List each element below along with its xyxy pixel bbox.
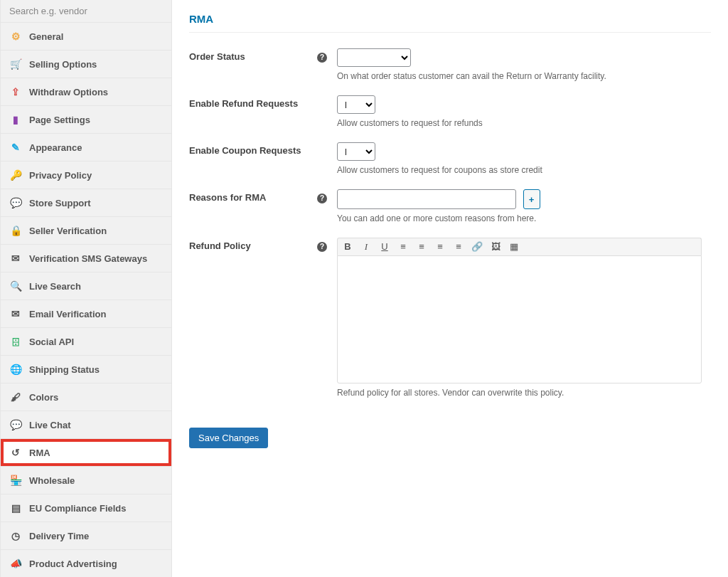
sidebar-item-label: Withdraw Options [29,87,108,97]
shop-icon: 🏪 [9,474,22,487]
brush-icon: 🖌 [9,391,22,403]
sidebar-item-label: General [29,31,63,42]
sidebar-item-label: RMA [29,448,50,458]
sidebar-item-eu-compliance-fields[interactable]: ▤EU Compliance Fields [1,494,171,522]
align-justify-icon[interactable]: ≡ [453,241,464,253]
sidebar-item-label: Shipping Status [29,364,100,375]
globe-icon: 🌐 [9,363,22,376]
sidebar-item-label: Delivery Time [29,531,89,541]
sidebar-item-appearance[interactable]: ✎Appearance [1,134,171,162]
envelope-icon: ✉ [9,307,22,320]
field-order-status: Order Status ? On what order status cust… [189,40,711,87]
undo-icon: ↺ [9,446,22,459]
sidebar-item-label: Privacy Policy [29,170,92,181]
sidebar-item-label: Store Support [29,198,91,208]
enable-coupon-select[interactable]: No [337,142,375,161]
page-title: RMA [189,13,711,33]
sidebar-item-label: Page Settings [29,115,90,125]
field-enable-refund: Enable Refund Requests No Allow customer… [189,87,711,134]
order-status-desc: On what order status customer can avail … [337,71,711,81]
wand-icon: ✎ [9,141,22,154]
clock-icon: ◷ [9,529,22,542]
sidebar-item-store-support[interactable]: 💬Store Support [1,189,171,217]
sidebar-item-label: Colors [29,392,58,403]
sidebar-item-delivery-time[interactable]: ◷Delivery Time [1,522,171,550]
enable-refund-desc: Allow customers to request for refunds [337,118,711,128]
help-icon[interactable]: ? [317,242,327,252]
sidebar-item-label: Selling Options [29,59,97,70]
sidebar-item-social-api[interactable]: ⌹Social API [1,328,171,356]
sidebar-item-label: Seller Verification [29,226,107,236]
sidebar-item-withdraw-options[interactable]: ⇪Withdraw Options [1,78,171,106]
sidebar-item-email-verification[interactable]: ✉Email Verification [1,300,171,328]
sidebar-item-label: Product Advertising [29,559,117,569]
sidebar-item-verification-sms-gateways[interactable]: ✉Verification SMS Gateways [1,245,171,272]
enable-refund-select[interactable]: No [337,95,375,114]
key-icon: 🔑 [9,169,22,181]
chat-icon: 💬 [9,196,22,209]
cart-icon: 🛒 [9,58,22,70]
order-status-label: Order Status [189,48,317,81]
reason-input[interactable] [337,189,516,209]
refund-policy-textarea[interactable] [337,255,702,383]
sidebar-item-label: Verification SMS Gateways [29,253,147,264]
help-icon[interactable]: ? [317,194,327,203]
doc-icon: ▤ [9,502,22,514]
sidebar-item-label: EU Compliance Fields [29,503,127,514]
editor-toolbar: B I U ≡ ≡ ≡ ≡ 🔗 🖼 ▦ [337,238,702,255]
refund-policy-desc: Refund policy for all stores. Vendor can… [337,388,711,398]
table-icon[interactable]: ▦ [508,241,520,253]
sidebar-item-rma[interactable]: ↺RMA [1,439,171,467]
field-refund-policy: Refund Policy ? B I U ≡ ≡ ≡ ≡ 🔗 🖼 ▦ [189,229,711,403]
field-reasons: Reasons for RMA ? + You can add one or m… [189,181,711,229]
order-status-select[interactable] [337,48,411,67]
align-right-icon[interactable]: ≡ [434,241,446,253]
link-icon[interactable]: 🔗 [471,241,483,253]
help-icon[interactable]: ? [317,53,327,63]
enable-coupon-desc: Allow customers to request for coupons a… [337,165,711,175]
save-button[interactable]: Save Changes [189,428,268,448]
align-center-icon[interactable]: ≡ [416,241,427,253]
sidebar-item-shipping-status[interactable]: 🌐Shipping Status [1,356,171,383]
reasons-label: Reasons for RMA [189,189,317,223]
sidebar-item-selling-options[interactable]: 🛒Selling Options [1,51,171,78]
sidebar-item-general[interactable]: ⚙General [1,23,171,51]
upload-icon: ⇪ [9,85,22,98]
enable-refund-label: Enable Refund Requests [189,95,317,128]
sidebar-item-label: Appearance [29,142,82,153]
field-enable-coupon: Enable Coupon Requests No Allow customer… [189,134,711,181]
page-icon: ▮ [9,113,22,126]
mail-icon: ✉ [9,252,22,265]
sidebar-item-wholesale[interactable]: 🏪Wholesale [1,467,171,494]
settings-sidebar: Search e.g. vendor ⚙General🛒Selling Opti… [0,0,172,577]
settings-panel: RMA Order Status ? On what order status … [172,0,728,577]
lock-icon: 🔒 [9,224,22,237]
sidebar-item-live-search[interactable]: 🔍Live Search [1,272,171,300]
italic-icon[interactable]: I [360,241,372,253]
sidebar-item-product-advertising[interactable]: 📣Product Advertising [1,550,171,577]
comments-icon: 💬 [9,418,22,431]
sidebar-item-label: Live Search [29,281,81,292]
sidebar-item-privacy-policy[interactable]: 🔑Privacy Policy [1,162,171,189]
sidebar-item-colors[interactable]: 🖌Colors [1,383,171,411]
sidebar-item-live-chat[interactable]: 💬Live Chat [1,411,171,439]
search-placeholder: Search e.g. vendor [9,6,87,16]
underline-icon[interactable]: U [379,241,390,253]
megaphone-icon: 📣 [9,557,22,570]
sidebar-item-page-settings[interactable]: ▮Page Settings [1,106,171,134]
sidebar-search[interactable]: Search e.g. vendor [1,0,171,23]
align-left-icon[interactable]: ≡ [397,241,409,253]
enable-coupon-label: Enable Coupon Requests [189,142,317,175]
sidebar-item-label: Social API [29,337,74,347]
sidebar-item-label: Email Verification [29,309,106,319]
sidebar-item-label: Wholesale [29,475,75,486]
image-icon[interactable]: 🖼 [490,241,501,253]
gear-icon: ⚙ [9,30,22,43]
search-icon: 🔍 [9,280,22,292]
plus-icon: + [529,194,535,205]
refund-policy-label: Refund Policy [189,238,317,398]
bold-icon[interactable]: B [342,241,353,253]
add-reason-button[interactable]: + [523,189,540,209]
sidebar-item-label: Live Chat [29,420,71,430]
sidebar-item-seller-verification[interactable]: 🔒Seller Verification [1,217,171,245]
